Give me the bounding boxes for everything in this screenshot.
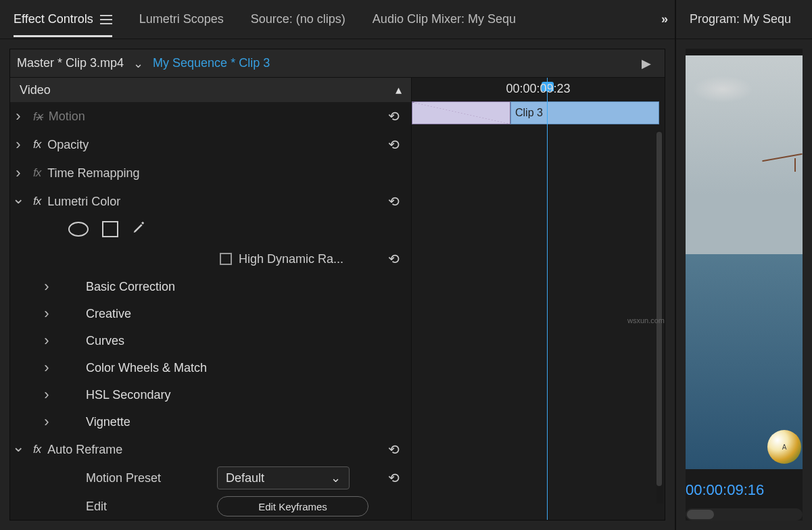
effect-controls-body: Master * Clip 3.mp4 ⌄ My Sequence * Clip… — [9, 49, 665, 521]
video-section-header[interactable]: Video ▴ — [10, 78, 411, 102]
tab-label: Source: (no clips) — [251, 12, 345, 26]
playhead-line[interactable] — [547, 78, 548, 520]
scrollbar-thumb[interactable] — [656, 132, 662, 486]
program-monitor: A 00:00:09:16 — [686, 49, 803, 521]
chevron-right-icon[interactable] — [10, 164, 26, 182]
clip-block-previous[interactable] — [412, 101, 510, 124]
fx-icon: fx̶ — [33, 110, 42, 124]
chevron-down-icon[interactable]: ⌄ — [133, 56, 143, 71]
tabs-overflow-icon[interactable]: » — [661, 12, 668, 26]
reset-icon[interactable]: ⟲ — [385, 108, 402, 124]
tab-effect-controls[interactable]: Effect Controls — [14, 12, 112, 26]
reset-icon[interactable]: ⟲ — [385, 137, 402, 153]
lumetri-basic-correction[interactable]: Basic Correction — [10, 273, 411, 300]
ellipse-mask-icon[interactable] — [68, 222, 89, 237]
effect-time-remapping[interactable]: fx Time Remapping — [10, 159, 411, 187]
sub-label: Color Wheels & Match — [55, 361, 207, 375]
sub-label: Curves — [55, 334, 124, 348]
motion-preset-row: Motion Preset Default ⌄ ⟲ — [10, 464, 411, 492]
tab-source[interactable]: Source: (no clips) — [251, 12, 345, 26]
tab-lumetri-scopes[interactable]: Lumetri Scopes — [139, 12, 224, 26]
sub-label: Creative — [55, 307, 131, 321]
program-timecode[interactable]: 00:00:09:16 — [686, 469, 803, 504]
effect-opacity[interactable]: fx Opacity ⟲ — [10, 130, 411, 159]
hdr-checkbox[interactable] — [220, 253, 232, 265]
effect-label: Lumetri Color — [47, 195, 120, 209]
reset-icon[interactable]: ⟲ — [385, 441, 402, 458]
chevron-down-icon[interactable] — [10, 193, 26, 210]
reset-icon[interactable]: ⟲ — [385, 470, 402, 486]
lumetri-creative[interactable]: Creative — [10, 300, 411, 327]
fx-icon: fx — [33, 138, 41, 151]
preview-object-crane — [762, 143, 803, 177]
section-label: Video — [20, 83, 51, 97]
properties-column: Video ▴ fx̶ Motion ⟲ fx Opacity — [10, 78, 412, 520]
fx-icon: fx — [33, 166, 41, 180]
chevron-right-icon[interactable] — [10, 136, 26, 153]
edit-label: Edit — [86, 500, 210, 514]
program-panel: Program: My Sequ A 00:00:09:16 — [676, 0, 812, 530]
timecode-display: 00:00:09:23 — [412, 78, 665, 101]
fx-icon: fx — [33, 195, 41, 208]
mask-shapes — [10, 216, 411, 245]
chevron-right-icon[interactable] — [39, 359, 55, 377]
effect-label: Auto Reframe — [47, 443, 122, 457]
watermark-logo-icon: A — [767, 430, 801, 464]
breadcrumb-master[interactable]: Master * Clip 3.mp4 — [17, 56, 124, 70]
rect-mask-icon[interactable] — [102, 221, 118, 237]
effect-lumetri-color[interactable]: fx Lumetri Color ⟲ — [10, 187, 411, 216]
clip-block-current[interactable]: Clip 3 — [510, 101, 659, 124]
chevron-right-icon[interactable] — [10, 107, 26, 125]
chevron-right-icon[interactable] — [39, 305, 55, 322]
tab-label: Program: My Sequ — [690, 12, 791, 26]
breadcrumb-sequence[interactable]: My Sequence * Clip 3 — [153, 56, 270, 70]
chevron-right-icon[interactable] — [39, 278, 55, 295]
fx-icon: fx — [33, 443, 41, 456]
edit-keyframes-row: Edit Edit Keyframes — [10, 492, 411, 520]
tab-label: Effect Controls — [14, 12, 93, 26]
pen-mask-icon[interactable] — [132, 220, 147, 238]
scrollbar-thumb[interactable] — [687, 510, 714, 519]
lumetri-curves[interactable]: Curves — [10, 327, 411, 354]
sub-label: HSL Secondary — [55, 388, 170, 402]
chevron-down-icon: ⌄ — [331, 471, 341, 485]
panel-tabs: Effect Controls Lumetri Scopes Source: (… — [0, 0, 675, 39]
motion-preset-label: Motion Preset — [86, 471, 210, 485]
lumetri-color-wheels[interactable]: Color Wheels & Match — [10, 354, 411, 381]
lumetri-hsl-secondary[interactable]: HSL Secondary — [10, 381, 411, 408]
keyframe-timeline-column[interactable]: 00:00:09:23 Clip 3 wsxun.com — [412, 78, 665, 520]
watermark-text: wsxun.com — [627, 316, 665, 324]
effect-label: Time Remapping — [47, 166, 139, 180]
video-preview[interactable]: A — [686, 55, 803, 469]
effect-auto-reframe[interactable]: fx Auto Reframe ⟲ — [10, 435, 411, 464]
clip-breadcrumb: Master * Clip 3.mp4 ⌄ My Sequence * Clip… — [10, 49, 665, 78]
collapse-up-icon[interactable]: ▴ — [396, 82, 402, 97]
hamburger-icon[interactable] — [100, 15, 112, 24]
hdr-row[interactable]: High Dynamic Ra... ⟲ — [10, 245, 411, 273]
effect-controls-panel: Effect Controls Lumetri Scopes Source: (… — [0, 0, 676, 530]
motion-preset-dropdown[interactable]: Default ⌄ — [217, 466, 350, 489]
tab-label: Lumetri Scopes — [139, 12, 224, 26]
clip-track[interactable]: Clip 3 — [412, 101, 665, 124]
reset-icon[interactable]: ⟲ — [385, 251, 402, 267]
horizontal-scrollbar[interactable] — [686, 508, 803, 521]
chevron-right-icon[interactable] — [39, 386, 55, 404]
effect-motion[interactable]: fx̶ Motion ⟲ — [10, 102, 411, 130]
tab-label: Audio Clip Mixer: My Sequ — [373, 12, 516, 26]
chevron-down-icon[interactable] — [10, 441, 26, 458]
sub-label: Vignette — [55, 415, 130, 429]
effect-label: Opacity — [47, 138, 89, 152]
chevron-right-icon[interactable] — [39, 332, 55, 350]
chevron-right-icon[interactable] — [39, 413, 55, 431]
tab-program[interactable]: Program: My Sequ — [690, 12, 791, 26]
tab-audio-clip-mixer[interactable]: Audio Clip Mixer: My Sequ — [373, 12, 516, 26]
play-only-icon[interactable]: ▶ — [642, 56, 651, 71]
effect-label: Motion — [49, 110, 85, 124]
hdr-label: High Dynamic Ra... — [239, 252, 343, 266]
sub-label: Basic Correction — [55, 280, 175, 294]
program-tabs: Program: My Sequ — [676, 0, 812, 39]
reset-icon[interactable]: ⟲ — [385, 193, 402, 210]
lumetri-vignette[interactable]: Vignette — [10, 408, 411, 435]
dropdown-value: Default — [226, 471, 264, 485]
edit-keyframes-button[interactable]: Edit Keyframes — [217, 496, 368, 516]
